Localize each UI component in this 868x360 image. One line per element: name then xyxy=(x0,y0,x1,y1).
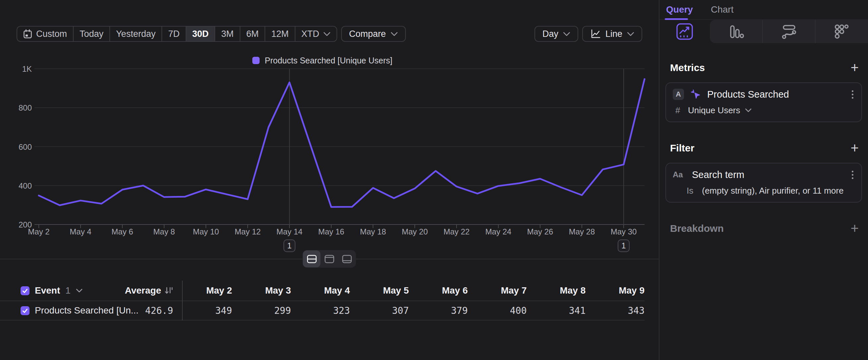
table-only-icon xyxy=(341,254,352,264)
filter-section-header: Filter + xyxy=(670,141,859,155)
filter-operator: Is xyxy=(687,186,693,196)
bar-chart-tab-icon xyxy=(728,23,744,40)
add-breakdown-button[interactable]: + xyxy=(850,222,859,235)
y-tick-label: 1K xyxy=(22,64,32,74)
range-today-button[interactable]: Today xyxy=(73,27,110,41)
tab-chart[interactable]: Chart xyxy=(711,4,734,15)
sort-icon xyxy=(164,286,173,295)
sidebar-tabs: Query Chart xyxy=(659,0,868,20)
x-tick-label: May 10 xyxy=(193,227,219,236)
range-label: Custom xyxy=(36,29,67,39)
column-header-may-8[interactable]: May 8 xyxy=(527,285,586,296)
tab-line-chart[interactable] xyxy=(659,20,710,43)
column-header-may-7[interactable]: May 7 xyxy=(468,285,527,296)
layout-split-view-button[interactable] xyxy=(303,250,320,267)
cell-value: 343 xyxy=(586,305,645,316)
range-30d-button[interactable]: 30D xyxy=(186,27,215,41)
breakdown-section-header: Breakdown + xyxy=(670,222,859,235)
chart-type-strip xyxy=(710,20,868,43)
toolbar-right: Day Line xyxy=(534,26,642,42)
average-value: 426.9 xyxy=(145,305,173,316)
series-line xyxy=(39,79,645,207)
metric-name: Products Searched xyxy=(707,89,789,100)
column-header-may-4[interactable]: May 4 xyxy=(291,285,350,296)
range-3m-button[interactable]: 3M xyxy=(215,27,240,41)
column-header-may-9[interactable]: May 9 xyxy=(586,285,645,296)
filter-heading: Filter xyxy=(670,142,694,154)
layout-table-only-button[interactable] xyxy=(338,250,356,267)
tab-more-charts[interactable] xyxy=(815,20,868,43)
series-name: Products Searched [Un... xyxy=(35,305,138,316)
split-view-icon xyxy=(306,254,317,264)
x-tick-label: May 14 xyxy=(277,227,303,236)
column-header-may-6[interactable]: May 6 xyxy=(409,285,468,296)
range-custom-button[interactable]: Custom xyxy=(17,27,73,41)
toolbar: Custom Today Yesterday 7D 30D 3M 6M 12M … xyxy=(17,26,642,42)
metrics-section-header: Metrics + xyxy=(670,61,859,74)
x-tick-label: May 6 xyxy=(112,227,133,236)
layout-chart-only-button[interactable] xyxy=(320,250,338,267)
range-12m-button[interactable]: 12M xyxy=(265,27,295,41)
range-6m-button[interactable]: 6M xyxy=(240,27,265,41)
tab-bar-chart[interactable] xyxy=(710,20,762,43)
range-yesterday-button[interactable]: Yesterday xyxy=(110,27,161,41)
x-tick-label: May 30 xyxy=(611,227,637,236)
measure-dropdown[interactable]: # Unique Users xyxy=(673,104,855,116)
chart-type-dropdown[interactable]: Line xyxy=(582,26,642,42)
chart-section: Products Searched [Unique Users] 1K80060… xyxy=(0,53,659,259)
granularity-dropdown[interactable]: Day xyxy=(534,26,578,42)
chart-only-icon xyxy=(324,254,335,264)
check-icon xyxy=(22,307,29,314)
cell-value: 341 xyxy=(527,305,586,316)
chevron-down-icon[interactable] xyxy=(76,288,83,293)
add-metric-button[interactable]: + xyxy=(850,61,859,74)
flow-chart-tab-icon xyxy=(781,23,797,40)
x-tick-label: May 22 xyxy=(444,227,470,236)
range-7d-button[interactable]: 7D xyxy=(161,27,186,41)
x-tick-label: May 20 xyxy=(402,227,428,236)
tab-query[interactable]: Query xyxy=(666,4,693,15)
hash-icon: # xyxy=(675,105,683,116)
select-all-checkbox[interactable] xyxy=(21,286,30,295)
table-column-divider xyxy=(182,281,183,321)
cell-value: 307 xyxy=(350,305,409,316)
filter-value: (empty string), Air purifier, or 11 more xyxy=(702,186,843,196)
filter-card[interactable]: Aa Search term Is (empty string), Air pu… xyxy=(665,163,862,202)
chevron-down-icon xyxy=(745,108,752,112)
calendar-icon xyxy=(23,29,32,39)
query-sidebar: Query Chart xyxy=(659,0,868,360)
cell-value: 400 xyxy=(468,305,527,316)
metric-card[interactable]: A Products Searched # Unique Users xyxy=(665,82,862,122)
data-table: Event 1 Average May 2May 3May 4May 5May … xyxy=(0,281,645,321)
metric-letter-badge: A xyxy=(673,89,684,100)
compare-button[interactable]: Compare xyxy=(341,26,406,42)
annotation-badge-label: 1 xyxy=(287,241,291,250)
average-header-label: Average xyxy=(125,285,161,296)
breakdown-heading: Breakdown xyxy=(670,223,724,234)
filter-menu-button[interactable] xyxy=(850,169,855,180)
average-sort-control[interactable]: Average xyxy=(125,285,173,296)
event-header-label: Event xyxy=(35,285,60,296)
metric-menu-button[interactable] xyxy=(850,89,855,100)
cell-value: 299 xyxy=(232,305,291,316)
text-property-icon: Aa xyxy=(673,170,686,179)
series-checkbox[interactable] xyxy=(21,306,30,315)
filter-condition[interactable]: Is (empty string), Air purifier, or 11 m… xyxy=(673,185,855,197)
y-tick-label: 600 xyxy=(19,142,32,151)
column-header-may-5[interactable]: May 5 xyxy=(350,285,409,296)
table-header-row: Event 1 Average May 2May 3May 4May 5May … xyxy=(0,281,645,301)
range-xtd-button[interactable]: XTD xyxy=(295,27,337,41)
cell-value: 379 xyxy=(409,305,468,316)
line-chart[interactable]: 1K800600400200May 2May 4May 6May 8May 10… xyxy=(0,53,659,259)
x-tick-label: May 26 xyxy=(527,227,553,236)
y-tick-label: 400 xyxy=(19,181,32,190)
x-tick-label: May 18 xyxy=(360,227,386,236)
tab-flow-chart[interactable] xyxy=(762,20,815,43)
chevron-down-icon xyxy=(391,32,398,36)
active-tab-indicator xyxy=(665,18,688,20)
annotation-badge-label: 1 xyxy=(621,241,626,250)
add-filter-button[interactable]: + xyxy=(850,141,859,155)
layout-toggle xyxy=(303,250,356,268)
column-header-may-3[interactable]: May 3 xyxy=(232,285,291,296)
y-tick-label: 800 xyxy=(19,103,32,112)
